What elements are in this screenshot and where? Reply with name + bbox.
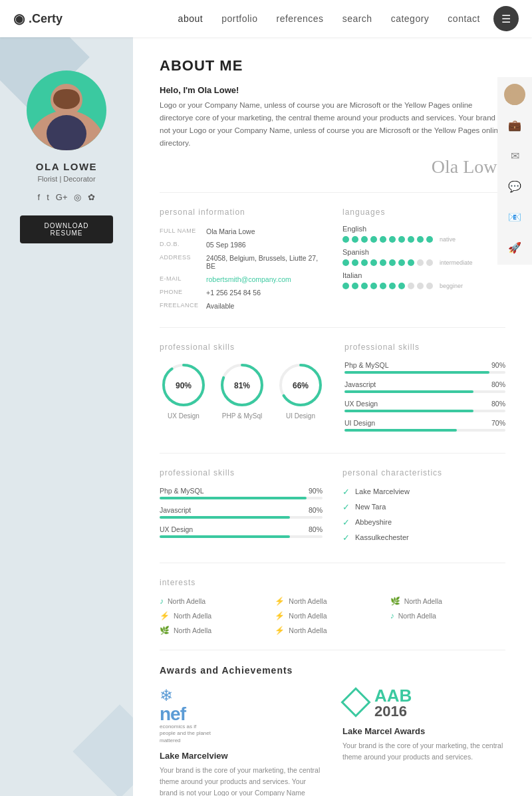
language-dot (426, 283, 433, 289)
award-name: Lake Marcel Awards (342, 726, 505, 736)
skill-bar-item: Javascript 80% (344, 380, 505, 393)
social-facebook[interactable]: f (38, 192, 41, 202)
skill-bar-header: Php & MySQL 90% (344, 361, 505, 369)
language-name: English (342, 225, 505, 233)
menu-button[interactable]: ☰ (493, 6, 519, 31)
intro-greeting: Helo, I'm Ola Lowe! (160, 85, 505, 95)
awards-row: ❄ nef economics as if people and the pla… (160, 686, 505, 796)
language-level: begginer (440, 283, 463, 289)
info-row: E-MAILrobertsmith@company.com (160, 273, 323, 286)
language-dot (342, 283, 349, 289)
skill-bar-pct: 90% (491, 361, 505, 369)
signature: Ola Lowe (160, 156, 505, 178)
interest-icon: ♪ (160, 597, 164, 606)
skills-bars-right-title: professional skills (344, 342, 505, 352)
skill-bar-item: UI Design 70% (344, 419, 505, 432)
interest-item: ♪North Adella (160, 597, 275, 606)
download-resume-button[interactable]: DOWNLOAD RESUME (20, 215, 113, 243)
skill-bar-label: UX Design (160, 525, 193, 533)
skill-bar-header: Javascript 80% (160, 506, 323, 514)
nav-about[interactable]: about (178, 13, 203, 24)
skill-bar-label: Php & MySQL (344, 361, 389, 369)
envelope-icon[interactable]: 📧 (504, 206, 525, 227)
sidebar: OLA LOWE Florist | Decorator f t G+ ◎ ✿ … (0, 37, 133, 796)
language-dot (361, 283, 368, 289)
circle-label: UX Design (168, 412, 200, 420)
nav-references[interactable]: references (276, 13, 323, 24)
skill-bar-bg (344, 390, 505, 393)
info-row: FULL NAMEOla Maria Lowe (160, 225, 323, 238)
characteristics-title: personal characteristics (342, 468, 505, 477)
info-value: +1 256 254 84 56 (206, 286, 323, 299)
logo-text: .Certy (29, 12, 63, 26)
personal-info-title: personal information (160, 207, 323, 217)
language-dot (417, 283, 424, 289)
skill-bar-pct: 80% (309, 525, 323, 533)
interests-title: interests (160, 578, 505, 587)
rocket-icon[interactable]: 🚀 (504, 237, 525, 258)
interest-item: ♪North Adella (390, 611, 505, 620)
social-instagram[interactable]: ◎ (74, 192, 81, 202)
info-label: PHONE (160, 286, 206, 299)
page-wrapper: OLA LOWE Florist | Decorator f t G+ ◎ ✿ … (0, 37, 532, 796)
nav-search[interactable]: search (342, 13, 372, 24)
skill-bars-left: Php & MySQL 90% Javascript 80% UX Design… (160, 487, 323, 538)
info-value: robertsmith@company.com (206, 273, 323, 286)
skill-bar-header: UX Design 80% (160, 525, 323, 533)
char-check: ✓ (342, 502, 350, 512)
chat-icon[interactable]: 💬 (504, 176, 525, 197)
skills-bars-left-title: professional skills (160, 468, 323, 477)
aab-diamond (342, 686, 369, 720)
language-dot (342, 236, 349, 243)
nav-portfolio[interactable]: portfolio (221, 13, 257, 24)
language-dot (352, 236, 358, 243)
skill-bar-item: UX Design 80% (160, 525, 323, 538)
skill-bar-fill (344, 410, 473, 412)
info-row: D.O.B.05 Sep 1986 (160, 238, 323, 251)
interest-label: North Adella (289, 597, 327, 605)
sidebar-bg (0, 37, 133, 796)
briefcase-icon[interactable]: 💼 (504, 114, 525, 136)
mail-icon[interactable]: ✉ (504, 145, 525, 166)
info-label: ADDRESS (160, 251, 206, 273)
interest-icon: ♪ (390, 611, 394, 620)
nef-logo: ❄ nef economics as if people and the pla… (160, 686, 323, 744)
interest-item: ⚡North Adella (160, 611, 275, 620)
divider-5 (160, 650, 505, 650)
info-label: FREELANCE (160, 299, 206, 313)
info-email-link[interactable]: robertsmith@company.com (206, 275, 291, 283)
skill-bar-bg (344, 371, 505, 374)
social-google[interactable]: G+ (56, 192, 68, 202)
nav-contact[interactable]: contact (448, 13, 480, 24)
social-pinterest[interactable]: ✿ (88, 192, 95, 202)
circle-pct: 66% (293, 381, 309, 390)
skill-bar-pct: 80% (491, 380, 505, 388)
logo[interactable]: ◉ .Certy (13, 11, 63, 27)
award-name: Lake Marcelview (160, 751, 323, 761)
logo-icon: ◉ (13, 11, 25, 27)
aab-logo: AAB 2016 (342, 686, 505, 720)
circle-pct: 81% (234, 381, 250, 390)
char-label: New Tara (355, 503, 386, 511)
circle-pct: 90% (176, 381, 192, 390)
interest-item: ⚡North Adella (275, 597, 390, 606)
skill-bar-fill (344, 371, 489, 374)
language-dot (380, 283, 386, 289)
nav-category[interactable]: category (391, 13, 430, 24)
skill-bar-fill (344, 429, 457, 432)
char-check: ✓ (342, 533, 350, 543)
aab-year: 2016 (374, 704, 412, 719)
skill-bar-item: Php & MySQL 90% (344, 361, 505, 374)
social-twitter[interactable]: t (47, 192, 49, 202)
language-item: Italianbegginer (342, 271, 505, 289)
char-check: ✓ (342, 487, 350, 497)
info-value: Ola Maria Lowe (206, 225, 323, 238)
char-list: ✓Lake Marcelview✓New Tara✓Abbeyshire✓Kas… (342, 487, 505, 543)
skill-bar-fill (160, 497, 307, 499)
interest-item: 🌿North Adella (390, 597, 505, 606)
char-item: ✓Kassulkechester (342, 533, 505, 543)
user-avatar-icon[interactable] (504, 84, 525, 105)
skill-bar-fill (160, 535, 290, 538)
nef-icon: ❄ (160, 686, 323, 705)
info-value: 05 Sep 1986 (206, 238, 323, 251)
